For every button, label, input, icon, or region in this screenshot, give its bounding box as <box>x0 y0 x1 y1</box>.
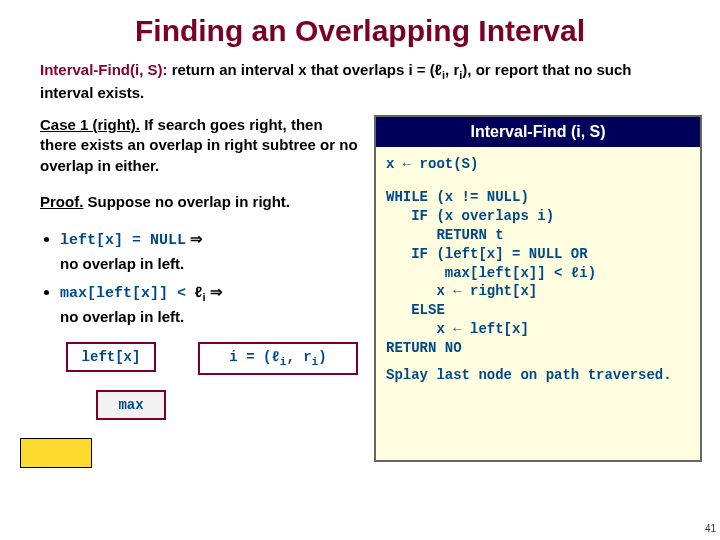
bullet1-imp: ⇒ <box>186 230 203 247</box>
intro-b: , r <box>445 61 459 78</box>
intro-text: Interval-Find(i, S): return an interval … <box>0 54 720 105</box>
diagram: left[x] i = (ℓi, ri) max <box>40 342 360 462</box>
algorithm-body: WHILE (x != NULL) IF (x overlaps i) RETU… <box>376 180 700 364</box>
bullet2-code: max[left[x]] < <box>60 285 195 302</box>
algorithm-splay: Splay last node on path traversed. <box>376 364 700 394</box>
diag-r-b: , r <box>286 349 311 365</box>
page-title: Finding an Overlapping Interval <box>0 0 720 54</box>
diag-r-ell: ℓ <box>271 349 279 365</box>
diagram-left-box: left[x] <box>66 342 156 372</box>
proof-text: Suppose no overlap in right. <box>88 193 291 210</box>
diag-r-a: i = ( <box>229 349 271 365</box>
left-column: Case 1 (right). If search goes right, th… <box>40 115 360 462</box>
algorithm-header: Interval-Find (i, S) <box>376 117 700 147</box>
yellow-box <box>20 438 92 468</box>
proof-paragraph: Proof. Suppose no overlap in right. <box>40 192 360 212</box>
bullet2-imp: ⇒ <box>205 283 222 300</box>
function-signature: Interval-Find(i, S): <box>40 61 168 78</box>
bullet2-text: no overlap in left. <box>60 308 184 325</box>
bullet1-code: left[x] = NULL <box>60 232 186 249</box>
case-paragraph: Case 1 (right). If search goes right, th… <box>40 115 360 176</box>
intro-ell: ℓ <box>435 61 442 78</box>
proof-label: Proof. <box>40 193 83 210</box>
case-label: Case 1 (right). <box>40 116 140 133</box>
diagram-max-box: max <box>96 390 166 420</box>
diagram-right-box: i = (ℓi, ri) <box>198 342 358 375</box>
algorithm-panel: Interval-Find (i, S) x ← root(S) WHILE (… <box>374 115 702 462</box>
bullet1-text: no overlap in left. <box>60 255 184 272</box>
bullet-1: left[x] = NULL ⇒ no overlap in left. <box>60 228 360 275</box>
bullet-list: left[x] = NULL ⇒ no overlap in left. max… <box>40 228 360 328</box>
diag-r-c: ) <box>318 349 326 365</box>
algorithm-init: x ← root(S) <box>376 147 700 180</box>
bullet-2: max[left[x]] < ℓi ⇒ no overlap in left. <box>60 281 360 328</box>
intro-a: return an interval x that overlaps i = ( <box>172 61 435 78</box>
page-number: 41 <box>705 523 716 534</box>
